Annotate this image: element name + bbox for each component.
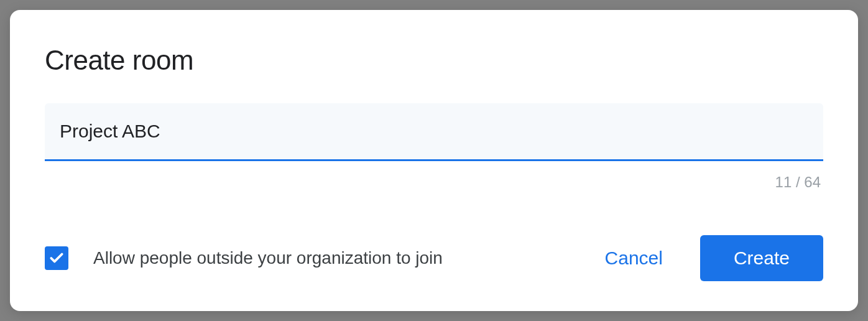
room-name-input[interactable] [45, 103, 823, 161]
create-button[interactable]: Create [700, 235, 823, 281]
room-name-field-container [45, 103, 823, 161]
cancel-button[interactable]: Cancel [598, 243, 670, 274]
allow-external-label[interactable]: Allow people outside your organization t… [93, 248, 443, 268]
character-counter: 11 / 64 [45, 174, 823, 191]
create-room-dialog: Create room 11 / 64 Allow people outside… [10, 10, 858, 311]
dialog-actions: Cancel Create [598, 235, 823, 281]
allow-external-container: Allow people outside your organization t… [45, 246, 585, 270]
dialog-footer: Allow people outside your organization t… [45, 235, 823, 281]
checkmark-icon [48, 250, 65, 266]
dialog-title: Create room [45, 45, 823, 76]
allow-external-checkbox[interactable] [45, 246, 68, 270]
